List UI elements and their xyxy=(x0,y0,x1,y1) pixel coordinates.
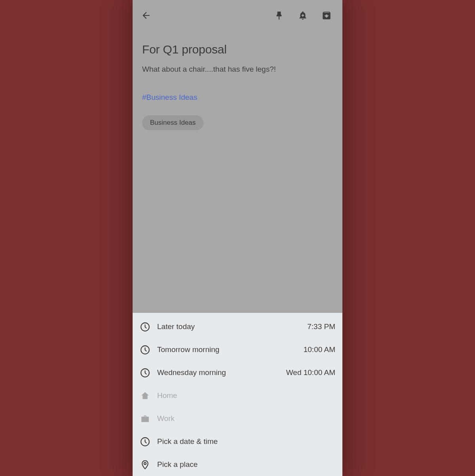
option-label: Tomorrow morning xyxy=(157,345,304,354)
note-content: For Q1 proposal What about a chair....th… xyxy=(133,31,342,130)
option-time: 10:00 AM xyxy=(304,345,335,354)
reminder-button[interactable] xyxy=(296,9,309,22)
option-label: Pick a place xyxy=(157,460,335,469)
reminder-option-tomorrow-morning[interactable]: Tomorrow morning 10:00 AM xyxy=(133,338,342,361)
back-button[interactable] xyxy=(140,9,152,22)
reminder-option-later-today[interactable]: Later today 7:33 PM xyxy=(133,315,342,338)
arrow-left-icon xyxy=(141,10,151,21)
note-body[interactable]: What about a chair....that has five legs… xyxy=(142,64,333,75)
label-chip[interactable]: Business Ideas xyxy=(142,115,203,130)
archive-button[interactable] xyxy=(320,9,333,22)
note-title[interactable]: For Q1 proposal xyxy=(142,43,333,56)
svg-point-0 xyxy=(144,462,146,464)
bell-add-icon xyxy=(298,10,308,21)
pushpin-icon xyxy=(274,10,284,21)
top-bar xyxy=(133,0,342,31)
phone-screen: For Q1 proposal What about a chair....th… xyxy=(133,0,342,476)
reminder-option-home[interactable]: Home xyxy=(133,384,342,407)
reminder-option-pick-date-time[interactable]: Pick a date & time xyxy=(133,430,342,453)
home-icon xyxy=(140,390,150,401)
clock-icon xyxy=(140,345,150,355)
clock-icon xyxy=(140,367,150,378)
archive-icon xyxy=(321,10,332,21)
reminder-option-wednesday-morning[interactable]: Wednesday morning Wed 10:00 AM xyxy=(133,361,342,384)
option-time: 7:33 PM xyxy=(307,322,335,331)
option-label: Wednesday morning xyxy=(157,368,286,377)
pin-button[interactable] xyxy=(273,9,285,22)
briefcase-icon xyxy=(140,413,150,424)
option-label: Work xyxy=(157,414,335,423)
note-hashtag[interactable]: #Business Ideas xyxy=(142,93,333,102)
location-pin-icon xyxy=(140,459,150,470)
option-label: Pick a date & time xyxy=(157,437,335,446)
option-time: Wed 10:00 AM xyxy=(286,368,335,377)
option-label: Home xyxy=(157,391,335,400)
option-label: Later today xyxy=(157,322,307,331)
content-spacer xyxy=(133,130,342,313)
clock-icon xyxy=(140,436,150,447)
reminder-bottom-sheet: Later today 7:33 PM Tomorrow morning 10:… xyxy=(133,313,342,476)
clock-icon xyxy=(140,322,150,332)
reminder-option-pick-place[interactable]: Pick a place xyxy=(133,453,342,476)
reminder-option-work[interactable]: Work xyxy=(133,407,342,430)
